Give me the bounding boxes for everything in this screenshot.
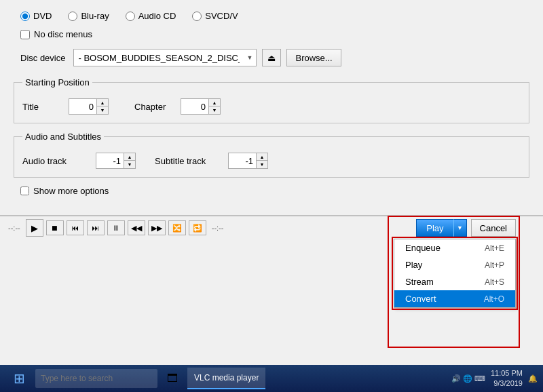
- taskbar-date: 9/3/2019: [491, 378, 523, 389]
- audiocd-radio-option[interactable]: Audio CD: [126, 11, 176, 21]
- taskbar-time-date: 11:05 PM 9/3/2019: [491, 368, 523, 389]
- audio-subtitles-legend: Audio and Subtitles: [22, 132, 104, 142]
- play-split-button: Play ▼: [416, 219, 466, 237]
- browse-button[interactable]: Browse...: [286, 49, 341, 66]
- taskbar-app-label: VLC media player: [194, 373, 259, 383]
- subtitle-track-spinbox: -1 ▲ ▼: [228, 153, 268, 169]
- audio-track-arrows: ▲ ▼: [124, 153, 135, 168]
- bluray-label: Blu-ray: [81, 11, 109, 21]
- dropdown-stream[interactable]: Stream Alt+S: [394, 273, 515, 290]
- action-buttons-row: Play ▼ Cancel: [416, 219, 516, 237]
- svcd-label: SVCD/V: [205, 11, 238, 21]
- chapter-arrows: ▲ ▼: [208, 99, 220, 114]
- audio-track-up-arrow[interactable]: ▲: [124, 153, 135, 161]
- taskbar-icons: 🔊 🌐 ⌨: [451, 374, 485, 383]
- subtitle-track-up-arrow[interactable]: ▲: [257, 153, 267, 161]
- toolbar-btn-2[interactable]: ⏮: [67, 220, 84, 235]
- dropdown-play[interactable]: Play Alt+P: [394, 256, 515, 273]
- dropdown-enqueue[interactable]: Enqueue Alt+E: [394, 239, 515, 256]
- play-label: Play: [405, 260, 422, 270]
- bluray-radio[interactable]: [68, 12, 77, 21]
- disc-device-label: Disc device: [20, 53, 65, 63]
- no-disc-menus-checkbox[interactable]: [20, 30, 30, 39]
- status-right: --:--: [212, 224, 224, 232]
- convert-shortcut: Alt+O: [484, 294, 504, 304]
- dvd-radio[interactable]: [20, 12, 30, 21]
- dvd-label: DVD: [33, 11, 52, 21]
- audio-track-down-arrow[interactable]: ▼: [124, 161, 135, 168]
- toolbar-btn-7[interactable]: 🔀: [168, 220, 186, 235]
- play-shortcut: Alt+P: [485, 260, 504, 270]
- chapter-input[interactable]: 0: [181, 99, 208, 114]
- toolbar-btn-5[interactable]: ◀◀: [128, 220, 145, 235]
- enqueue-shortcut: Alt+E: [485, 243, 504, 253]
- bluray-radio-option[interactable]: Blu-ray: [68, 11, 109, 21]
- audio-subtitles-fieldset: Audio and Subtitles Audio track -1 ▲ ▼ S…: [14, 132, 529, 178]
- svcd-radio[interactable]: [192, 12, 202, 21]
- starting-position-legend: Starting Position: [22, 77, 92, 87]
- toolbar-btn-4[interactable]: ⏸: [107, 220, 125, 235]
- disc-device-select[interactable]: - BOSOM_BUDDIES_SEASON_2_DISC_1: [73, 49, 257, 66]
- title-up-arrow[interactable]: ▲: [97, 99, 108, 106]
- status-left: --:--: [8, 224, 20, 232]
- toolbar-btn-3[interactable]: ⏭: [87, 220, 105, 235]
- audio-track-spinbox: -1 ▲ ▼: [96, 153, 136, 169]
- taskbar: ⊞ 🗖 VLC media player 🔊 🌐 ⌨ 11:05 PM 9/3/…: [0, 365, 543, 392]
- disc-device-row: Disc device - BOSOM_BUDDIES_SEASON_2_DIS…: [14, 49, 529, 66]
- dvd-radio-option[interactable]: DVD: [20, 11, 52, 21]
- toolbar: --:-- ▶ ⏹ ⏮ ⏭ ⏸ ◀◀ ▶▶ 🔀 🔁 --:-- Play ▼ C…: [0, 216, 543, 239]
- subtitle-track-input[interactable]: -1: [229, 153, 256, 168]
- enqueue-label: Enqueue: [405, 243, 441, 253]
- no-disc-menus-row: No disc menus: [14, 29, 529, 39]
- disc-type-group: DVD Blu-ray Audio CD SVCD/V: [14, 11, 529, 21]
- play-button[interactable]: Play: [416, 219, 453, 237]
- taskbar-notification[interactable]: 🔔: [528, 374, 538, 383]
- windows-logo-icon: ⊞: [14, 370, 25, 387]
- show-more-checkbox[interactable]: [20, 187, 29, 195]
- chapter-down-arrow[interactable]: ▼: [209, 106, 220, 114]
- main-dialog: DVD Blu-ray Audio CD SVCD/V No disc menu…: [0, 0, 543, 215]
- toolbar-btn-1[interactable]: ⏹: [46, 220, 64, 235]
- convert-label: Convert: [405, 294, 436, 304]
- starting-position-fieldset: Starting Position Title 0 ▲ ▼ Chapter 0 …: [14, 77, 529, 123]
- toolbar-btn-6[interactable]: ▶▶: [148, 220, 166, 235]
- title-arrows: ▲ ▼: [96, 99, 108, 114]
- stream-label: Stream: [405, 277, 434, 287]
- cancel-button[interactable]: Cancel: [471, 219, 516, 237]
- play-dropdown-arrow[interactable]: ▼: [453, 219, 467, 237]
- title-down-arrow[interactable]: ▼: [97, 106, 108, 114]
- title-spinbox: 0 ▲ ▼: [69, 98, 109, 115]
- subtitle-track-label: Subtitle track: [155, 156, 223, 166]
- taskbar-task-view[interactable]: 🗖: [160, 368, 185, 389]
- chapter-spinbox: 0 ▲ ▼: [181, 98, 221, 115]
- svcd-radio-option[interactable]: SVCD/V: [192, 11, 238, 21]
- taskbar-right-area: 🔊 🌐 ⌨ 11:05 PM 9/3/2019 🔔: [451, 368, 538, 389]
- dropdown-menu: Enqueue Alt+E Play Alt+P Stream Alt+S Co…: [394, 239, 516, 308]
- audio-subtitle-row: Audio track -1 ▲ ▼ Subtitle track -1 ▲ ▼: [22, 153, 521, 169]
- disc-device-select-wrapper: - BOSOM_BUDDIES_SEASON_2_DISC_1: [73, 49, 257, 66]
- audiocd-label: Audio CD: [138, 11, 176, 21]
- taskbar-search-input[interactable]: [35, 369, 157, 388]
- subtitle-track-down-arrow[interactable]: ▼: [257, 161, 267, 168]
- chapter-up-arrow[interactable]: ▲: [209, 99, 220, 106]
- chapter-label: Chapter: [134, 102, 175, 112]
- dropdown-convert[interactable]: Convert Alt+O: [394, 290, 515, 307]
- title-chapter-row: Title 0 ▲ ▼ Chapter 0 ▲ ▼: [22, 98, 521, 115]
- show-more-row: Show more options: [14, 186, 529, 196]
- audio-track-label: Audio track: [22, 156, 90, 166]
- audio-track-input[interactable]: -1: [96, 153, 124, 168]
- audiocd-radio[interactable]: [126, 12, 135, 21]
- taskbar-time: 11:05 PM: [491, 368, 523, 378]
- show-more-label: Show more options: [33, 186, 109, 196]
- toolbar-btn-8[interactable]: 🔁: [189, 220, 206, 235]
- title-label: Title: [22, 102, 63, 112]
- eject-button[interactable]: ⏏: [262, 49, 281, 66]
- bottom-area: --:-- ▶ ⏹ ⏮ ⏭ ⏸ ◀◀ ▶▶ 🔀 🔁 --:-- Play ▼ C…: [0, 215, 543, 239]
- stream-shortcut: Alt+S: [485, 277, 504, 287]
- no-disc-menus-label: No disc menus: [34, 29, 92, 39]
- taskbar-vlc-app[interactable]: VLC media player: [187, 368, 265, 389]
- subtitle-track-arrows: ▲ ▼: [256, 153, 267, 168]
- title-input[interactable]: 0: [69, 99, 96, 114]
- start-button[interactable]: ⊞: [5, 368, 33, 389]
- toolbar-play-button[interactable]: ▶: [26, 219, 43, 237]
